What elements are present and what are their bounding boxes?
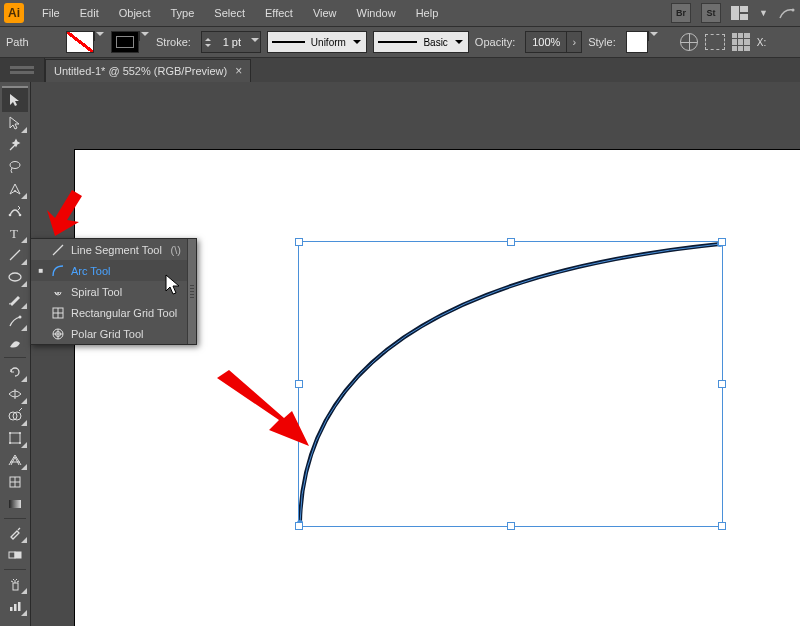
svg-rect-0 [731, 6, 739, 20]
bridge-icon[interactable]: Br [671, 3, 691, 23]
svg-point-11 [19, 316, 22, 319]
flyout-line-segment-tool[interactable]: Line Segment Tool (\) [31, 239, 187, 260]
gpu-icon[interactable] [778, 4, 796, 22]
stroke-label: Stroke: [156, 36, 191, 48]
panel-toggle[interactable] [0, 58, 45, 82]
svg-rect-28 [14, 604, 17, 611]
curvature-tool[interactable] [2, 200, 28, 222]
rotate-tool[interactable] [2, 361, 28, 383]
menubar: Ai File Edit Object Type Select Effect V… [0, 0, 800, 27]
recolor-icon[interactable] [679, 32, 699, 52]
opacity-dropdown[interactable]: › [566, 32, 581, 52]
svg-text:T: T [10, 226, 18, 241]
svg-point-5 [14, 190, 16, 192]
type-tool[interactable]: T [2, 222, 28, 244]
annotation-arrow-1 [37, 188, 87, 238]
opacity-label: Opacity: [475, 36, 515, 48]
menu-edit[interactable]: Edit [70, 3, 109, 23]
svg-point-4 [10, 162, 20, 169]
style-label: Style: [588, 36, 616, 48]
stock-icon[interactable]: St [701, 3, 721, 23]
line-segment-tool[interactable] [2, 244, 28, 266]
stroke-weight-dropdown[interactable] [250, 37, 260, 47]
svg-point-3 [792, 9, 795, 12]
fill-dropdown[interactable] [94, 31, 105, 41]
stroke-swatch[interactable] [111, 31, 139, 53]
svg-rect-27 [10, 607, 13, 611]
variable-width-profile[interactable]: Uniform [267, 31, 367, 53]
svg-rect-1 [740, 6, 748, 12]
svg-rect-23 [9, 500, 21, 508]
selection-bounding-box[interactable] [298, 241, 723, 527]
flyout-tearoff-grip[interactable] [187, 239, 196, 344]
selection-tool[interactable] [2, 86, 28, 112]
dropdown-caret-icon: ▼ [759, 8, 768, 18]
mouse-cursor-icon [164, 273, 184, 297]
svg-rect-24 [9, 552, 15, 558]
brush-definition[interactable]: Basic [373, 31, 469, 53]
stroke-weight-input[interactable]: 1 pt [201, 31, 261, 53]
menu-object[interactable]: Object [109, 3, 161, 23]
svg-rect-25 [15, 552, 21, 558]
width-tool[interactable] [2, 383, 28, 405]
lasso-tool[interactable] [2, 156, 28, 178]
selection-type-label: Path [6, 36, 56, 48]
document-tab-bar: Untitled-1* @ 552% (RGB/Preview) × [0, 58, 800, 83]
gradient-tool[interactable] [2, 493, 28, 515]
svg-point-10 [9, 273, 21, 281]
svg-point-18 [9, 442, 11, 444]
document-tab-title: Untitled-1* @ 552% (RGB/Preview) [54, 65, 227, 77]
symbol-sprayer-tool[interactable] [2, 573, 28, 595]
menu-view[interactable]: View [303, 3, 347, 23]
svg-point-17 [19, 432, 21, 434]
svg-rect-26 [13, 583, 18, 590]
blend-tool[interactable] [2, 544, 28, 566]
svg-point-16 [9, 432, 11, 434]
flyout-rectangular-grid-tool[interactable]: Rectangular Grid Tool [31, 302, 187, 323]
align-icon[interactable] [705, 32, 725, 52]
fill-swatch[interactable] [66, 31, 94, 53]
flyout-polar-grid-tool[interactable]: Polar Grid Tool [31, 323, 187, 344]
direct-selection-tool[interactable] [2, 112, 28, 134]
pencil-tool[interactable] [2, 310, 28, 332]
stroke-weight-down[interactable] [202, 42, 214, 51]
arrange-documents-icon[interactable] [731, 4, 749, 22]
svg-rect-15 [10, 433, 20, 443]
app-logo: Ai [4, 3, 24, 23]
pen-tool[interactable] [2, 178, 28, 200]
canvas[interactable] [31, 82, 800, 626]
svg-line-9 [10, 250, 20, 260]
graphic-style-dropdown[interactable] [648, 31, 659, 41]
stroke-weight-up[interactable] [202, 33, 214, 42]
menu-effect[interactable]: Effect [255, 3, 303, 23]
annotation-arrow-2 [209, 370, 319, 460]
menu-help[interactable]: Help [406, 3, 449, 23]
rectangle-tool[interactable] [2, 266, 28, 288]
stroke-dropdown[interactable] [139, 31, 150, 41]
opacity-input[interactable]: 100% › [525, 31, 582, 53]
mesh-tool[interactable] [2, 471, 28, 493]
menu-select[interactable]: Select [204, 3, 255, 23]
svg-point-6 [9, 214, 12, 217]
perspective-grid-tool[interactable] [2, 449, 28, 471]
eyedropper-tool[interactable] [2, 522, 28, 544]
free-transform-tool[interactable] [2, 427, 28, 449]
tools-panel: T [0, 82, 31, 626]
document-tab[interactable]: Untitled-1* @ 552% (RGB/Preview) × [45, 59, 251, 82]
x-label: X: [757, 37, 766, 48]
paintbrush-tool[interactable] [2, 288, 28, 310]
transform-icon[interactable] [731, 32, 751, 52]
shape-builder-tool[interactable] [2, 405, 28, 427]
graphic-style-swatch[interactable] [626, 31, 648, 53]
magic-wand-tool[interactable] [2, 134, 28, 156]
control-bar: Path Stroke: 1 pt Uniform Basic Opacity:… [0, 27, 800, 58]
stroke-weight-value[interactable]: 1 pt [214, 36, 250, 48]
column-graph-tool[interactable] [2, 595, 28, 617]
menu-window[interactable]: Window [347, 3, 406, 23]
menu-type[interactable]: Type [161, 3, 205, 23]
svg-point-7 [19, 214, 22, 217]
menu-file[interactable]: File [32, 3, 70, 23]
blob-brush-tool[interactable] [2, 332, 28, 354]
svg-line-32 [53, 245, 63, 255]
close-tab-icon[interactable]: × [235, 64, 242, 78]
